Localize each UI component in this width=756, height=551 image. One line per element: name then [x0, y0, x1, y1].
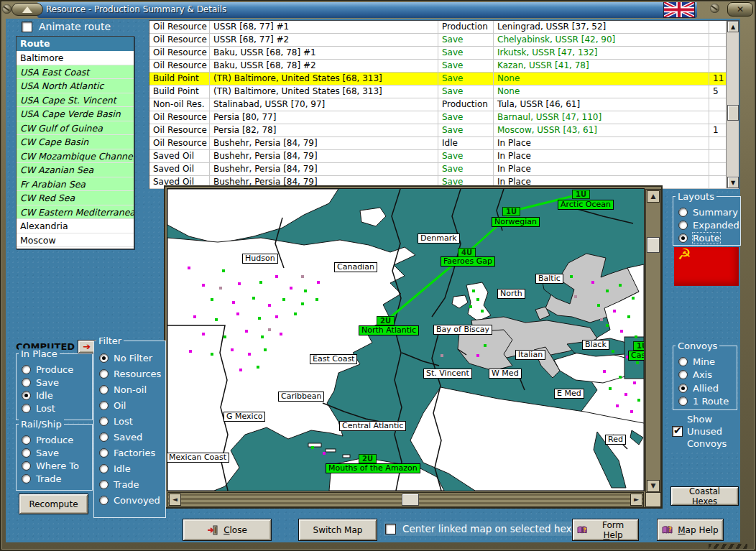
route-list-item[interactable]: CW Eastern Mediterranean	[17, 205, 134, 220]
route-list-item[interactable]: CW Cape Basin	[17, 135, 134, 149]
scroll-up-icon[interactable]: ▲	[727, 21, 739, 32]
rail-ship-radio-option[interactable]: Produce	[22, 433, 89, 446]
layout-radio-option[interactable]: Summary	[678, 205, 737, 218]
layout-radio-option[interactable]: Route	[678, 231, 737, 244]
sea-zone-label[interactable]: Bay of Biscay	[433, 325, 492, 335]
route-list-item[interactable]: USA Cape St. Vincent	[17, 93, 134, 108]
filter-radio-option[interactable]: Oil	[99, 397, 162, 413]
table-row[interactable]: Non-oil Res. Stalinabad, USSR [70, 97] P…	[149, 98, 739, 111]
scroll-down-icon[interactable]: ▼	[647, 480, 660, 492]
map-canvas[interactable]	[167, 189, 644, 491]
sea-zone-label[interactable]: Red	[605, 435, 626, 445]
sea-zone-label[interactable]: Mexican Coast	[167, 453, 229, 463]
convoy-count-badge[interactable]: 1U	[502, 207, 520, 216]
sea-zone-label[interactable]: Canadian	[334, 262, 377, 272]
filter-radio-option[interactable]: Resources	[99, 366, 162, 381]
rail-ship-radio-option[interactable]: Where To	[22, 459, 89, 472]
sea-zone-label[interactable]: G Mexico	[223, 412, 265, 422]
filter-radio-option[interactable]: Factories	[99, 445, 162, 460]
window-rollup-button[interactable]	[11, 3, 43, 16]
route-list-item[interactable]: CW Mozambique Channel	[17, 149, 134, 164]
table-row[interactable]: Oil Resource Baku, USSR [68, 78] #1 Save…	[149, 47, 739, 60]
close-window-button[interactable]: ✕	[727, 2, 753, 17]
convoy-radio-option[interactable]: Axis	[678, 369, 734, 382]
sea-zone-label[interactable]: Italian	[515, 350, 545, 360]
filter-radio-option[interactable]: Non-oil	[99, 381, 162, 397]
convoy-radio-option[interactable]: Allied	[678, 381, 734, 395]
sea-zone-label[interactable]: North Atlantic	[359, 325, 419, 335]
route-list-item[interactable]: CW Red Sea	[17, 191, 134, 205]
sea-zone-label[interactable]: Denmark	[418, 233, 460, 244]
in-place-radio-option[interactable]: Save	[22, 376, 89, 389]
sea-zone-label[interactable]: Casp	[628, 351, 644, 361]
in-place-radio-option[interactable]: Lost	[22, 402, 89, 415]
sea-zone-label[interactable]: Baltic	[535, 274, 563, 284]
route-list-item[interactable]: USA Cape Verde Basin	[17, 107, 134, 121]
map-horizontal-scrollbar[interactable]: ◄ ►	[167, 492, 644, 507]
table-row[interactable]: Build Point (TR) Baltimore, United State…	[149, 85, 739, 98]
sea-zone-label[interactable]: Hudson	[242, 254, 278, 264]
map-viewport[interactable]: HudsonCanadianDenmarkBalticNorthBay of B…	[167, 189, 644, 491]
table-row[interactable]: Oil Resource Persia [80, 77] Save Barnau…	[149, 111, 739, 124]
in-place-radio-option[interactable]: Produce	[22, 363, 89, 376]
route-list-item[interactable]: Baltimore	[17, 51, 134, 65]
filter-radio-option[interactable]: Idle	[99, 460, 162, 476]
animate-route-checkbox[interactable]: Animate route	[22, 21, 111, 32]
route-list-item[interactable]: USA North Atlantic	[17, 79, 134, 93]
scroll-left-icon[interactable]: ◄	[169, 494, 181, 506]
convoy-count-badge[interactable]: 2U	[359, 454, 377, 463]
sea-zone-label[interactable]: East Coast	[310, 354, 357, 364]
table-row[interactable]: Build Point (TR) Baltimore, United State…	[149, 73, 739, 85]
map-help-button[interactable]: ? Map Help	[657, 519, 724, 541]
sea-zone-label[interactable]: Mouths of the Amazon	[326, 463, 420, 473]
switch-map-button[interactable]: Switch Map	[298, 519, 377, 541]
filter-radio-option[interactable]: Trade	[99, 476, 162, 492]
convoy-count-badge[interactable]: 1U	[572, 190, 590, 199]
convoy-count-badge[interactable]: 1U	[633, 341, 644, 351]
route-list-item[interactable]: Fr Arabian Sea	[17, 177, 134, 192]
rail-ship-radio-option[interactable]: Trade	[22, 472, 89, 485]
in-place-radio-option[interactable]: Idle	[22, 389, 89, 402]
table-row[interactable]: Oil Resource Baku, USSR [68, 78] #2 Save…	[149, 60, 739, 73]
route-list-item[interactable]: USA East Coast	[17, 65, 134, 80]
table-row[interactable]: Saved Oil Bushehr, Persia [84, 79] Save …	[149, 150, 739, 163]
sea-zone-label[interactable]: Norwegian	[492, 217, 540, 227]
map-vertical-scrollbar[interactable]: ▲ ▼	[645, 189, 661, 494]
convoy-count-badge[interactable]: 2U	[377, 316, 395, 325]
scroll-down-icon[interactable]: ▼	[727, 177, 739, 188]
sea-zone-label[interactable]: St. Vincent	[423, 369, 472, 379]
route-list-item[interactable]: CW Gulf of Guinea	[17, 121, 134, 136]
scroll-up-icon[interactable]: ▲	[647, 190, 660, 203]
recompute-button[interactable]: Recompute	[19, 494, 88, 514]
table-scrollbar[interactable]: ▲ ▼	[726, 21, 739, 188]
sea-zone-label[interactable]: Black	[582, 340, 609, 350]
rail-ship-radio-option[interactable]: Save	[22, 446, 89, 459]
form-help-button[interactable]: ? Form Help	[572, 519, 639, 541]
convoy-radio-option[interactable]: Mine	[678, 355, 734, 369]
filter-radio-option[interactable]: Saved	[99, 429, 162, 445]
filter-radio-option[interactable]: Lost	[99, 413, 162, 429]
sea-zone-label[interactable]: North	[497, 289, 525, 299]
route-list-item[interactable]: CW Azanian Sea	[17, 163, 134, 177]
route-list-item[interactable]: Alexandria	[17, 219, 134, 233]
sea-zone-label[interactable]: Central Atlantic	[339, 421, 406, 431]
sea-zone-label[interactable]: W Med	[489, 369, 522, 379]
table-row[interactable]: Oil Resource Bushehr, Persia [84, 79] Id…	[149, 137, 739, 150]
filter-radio-option[interactable]: No Filter	[99, 350, 162, 366]
map-hscroll-thumb[interactable]	[402, 494, 419, 506]
convoy-radio-option[interactable]: 1 Route	[678, 395, 734, 409]
close-button[interactable]: Close	[183, 519, 272, 541]
sea-zone-label[interactable]: Faeroes Gap	[441, 256, 495, 267]
sea-zone-label[interactable]: E Med	[554, 389, 584, 399]
center-map-checkbox[interactable]: Center linked map on selected hex	[384, 522, 576, 536]
convoy-count-badge[interactable]: 4U	[458, 248, 476, 257]
layout-radio-option[interactable]: Expanded	[678, 218, 737, 231]
table-row[interactable]: Saved Oil Bushehr, Persia [84, 79] Save …	[149, 163, 739, 176]
show-unused-convoys-checkbox[interactable]: Show Unused Convoys	[670, 412, 739, 450]
scroll-right-icon[interactable]: ►	[630, 494, 642, 506]
map-vscroll-thumb[interactable]	[647, 237, 660, 253]
sea-zone-label[interactable]: Arctic Ocean	[558, 200, 614, 210]
table-row[interactable]: Oil Resource USSR [68, 77] #2 Save Chely…	[149, 34, 739, 47]
table-scrollbar-thumb[interactable]	[727, 105, 739, 121]
sea-zone-label[interactable]: Caribbean	[278, 392, 324, 402]
